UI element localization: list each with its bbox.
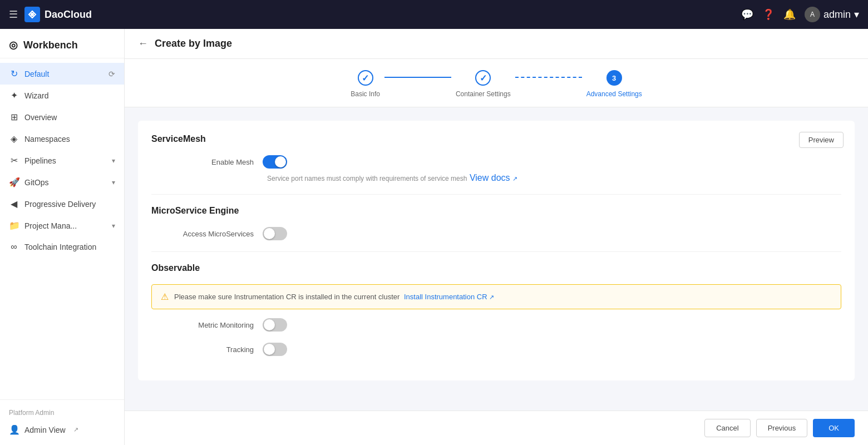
step-label-basic-info: Basic Info	[351, 90, 380, 98]
help-icon[interactable]: ❓	[762, 8, 775, 21]
metric-monitoring-toggle[interactable]	[263, 318, 287, 332]
sidebar-item-label: Overview	[24, 113, 57, 122]
pipelines-icon: ✂	[9, 155, 19, 166]
steps-area: ✓ Basic Info ✓ Container Settings 3	[125, 59, 868, 107]
avatar: A	[805, 7, 820, 22]
step-container-settings: ✓ Container Settings	[456, 70, 511, 98]
user-menu[interactable]: A admin ▾	[805, 7, 859, 22]
sidebar-item-label: Project Mana...	[24, 221, 77, 230]
sidebar-item-label: Pipelines	[24, 156, 56, 165]
sidebar-item-admin-view[interactable]: 👤 Admin View ↗	[0, 419, 124, 441]
sidebar-item-project-mana[interactable]: 📁 Project Mana... ▾	[0, 215, 124, 236]
step-circle-container-settings: ✓	[475, 70, 491, 86]
wizard-icon: ✦	[9, 90, 19, 101]
sidebar-item-namespaces[interactable]: ◈ Namespaces	[0, 128, 124, 150]
mesh-helper-text: Service port names must comply with requ…	[267, 175, 467, 182]
metric-monitoring-label: Metric Monitoring	[174, 321, 263, 329]
cancel-button[interactable]: Cancel	[704, 419, 750, 437]
metric-monitoring-row: Metric Monitoring	[151, 318, 841, 332]
external-link-icon: ↗	[489, 294, 494, 300]
microservice-engine-title: MicroService Engine	[151, 206, 841, 216]
refresh-icon[interactable]: ⟳	[108, 70, 115, 78]
observable-title: Observable	[151, 263, 841, 273]
step-basic-info: ✓ Basic Info	[351, 70, 380, 98]
toolchain-icon: ∞	[9, 242, 19, 252]
sidebar-workbench[interactable]: ◎ Workbench	[0, 29, 124, 58]
form-card: Preview ServiceMesh Enable Mesh Service …	[138, 121, 855, 380]
warning-icon: ⚠	[161, 291, 169, 302]
tracking-value	[263, 343, 841, 356]
warning-text: Please make sure Instrumentation CR is i…	[174, 293, 494, 301]
sidebar-item-default[interactable]: ↻ Default ⟳	[0, 63, 124, 85]
toggle-knob	[264, 344, 275, 355]
external-link-icon: ↗	[73, 426, 78, 433]
step-connector-2	[515, 77, 582, 78]
user-name: admin	[823, 9, 851, 21]
tracking-label: Tracking	[174, 345, 263, 354]
sidebar-item-gitops[interactable]: 🚀 GitOps ▾	[0, 171, 124, 193]
overview-icon: ⊞	[9, 112, 19, 122]
access-microservices-row: Access MicroServices	[151, 227, 841, 240]
sidebar-item-label: Toolchain Integration	[24, 243, 96, 251]
previous-button[interactable]: Previous	[756, 419, 808, 437]
sidebar-item-pipelines[interactable]: ✂ Pipelines ▾	[0, 150, 124, 171]
svg-point-1	[31, 13, 34, 16]
metric-monitoring-value	[263, 318, 841, 332]
sidebar-item-overview[interactable]: ⊞ Overview	[0, 106, 124, 128]
sidebar-item-label: GitOps	[24, 178, 49, 187]
hamburger-icon[interactable]: ☰	[9, 8, 18, 21]
enable-mesh-toggle[interactable]	[263, 155, 287, 169]
chevron-down-icon: ▾	[112, 222, 115, 230]
warning-banner: ⚠ Please make sure Instrumentation CR is…	[151, 284, 841, 309]
logo-area: DaoCloud	[24, 7, 92, 22]
external-link-icon: ↗	[512, 175, 517, 182]
default-icon: ↻	[9, 68, 19, 79]
steps-container: ✓ Basic Info ✓ Container Settings 3	[351, 70, 642, 98]
top-navigation: ☰ DaoCloud 💬 ❓ 🔔 A admin ▾	[0, 0, 868, 29]
chevron-down-icon: ▾	[112, 157, 115, 165]
back-button[interactable]: ←	[138, 38, 148, 50]
service-mesh-title: ServiceMesh	[151, 134, 841, 144]
view-docs-link[interactable]: View docs	[470, 173, 510, 182]
form-content: Preview ServiceMesh Enable Mesh Service …	[125, 107, 868, 411]
section-divider-2	[151, 251, 841, 252]
tracking-row: Tracking	[151, 343, 841, 356]
chat-icon[interactable]: 💬	[741, 8, 753, 21]
access-microservices-label: Access MicroServices	[174, 230, 263, 238]
sidebar-item-label: Default	[24, 70, 49, 78]
chevron-down-icon: ▾	[854, 8, 859, 21]
step-connector-1	[384, 77, 451, 78]
sidebar-bottom: Platform Admin 👤 Admin View ↗	[0, 399, 124, 445]
footer-bar: Cancel Previous OK	[125, 411, 868, 445]
toggle-knob	[264, 319, 275, 330]
step-circle-advanced-settings: 3	[606, 70, 622, 86]
enable-mesh-value	[263, 155, 841, 169]
daocloud-logo-icon	[24, 7, 40, 22]
sidebar-item-label: Progressive Delivery	[24, 200, 96, 209]
admin-view-icon: 👤	[9, 424, 19, 435]
sidebar-item-toolchain[interactable]: ∞ Toolchain Integration	[0, 236, 124, 258]
preview-button[interactable]: Preview	[799, 132, 844, 148]
step-advanced-settings: 3 Advanced Settings	[586, 70, 642, 98]
toggle-knob	[275, 156, 286, 167]
progressive-icon: ◀	[9, 199, 19, 209]
bell-icon[interactable]: 🔔	[783, 8, 796, 21]
step-label-container-settings: Container Settings	[456, 90, 511, 98]
sidebar-item-progressive-delivery[interactable]: ◀ Progressive Delivery	[0, 193, 124, 215]
sidebar-item-wizard[interactable]: ✦ Wizard	[0, 85, 124, 106]
enable-mesh-label: Enable Mesh	[174, 158, 263, 166]
checkmark-icon: ✓	[480, 73, 487, 83]
install-instrumentation-link[interactable]: Install Instrumentation CR	[404, 293, 487, 301]
chevron-down-icon: ▾	[112, 179, 115, 186]
platform-admin-label: Platform Admin	[0, 404, 124, 419]
sidebar-item-label: Namespaces	[24, 135, 70, 144]
page-title: Create by Image	[155, 38, 232, 50]
ok-button[interactable]: OK	[813, 419, 855, 437]
page-header: ← Create by Image	[125, 29, 868, 59]
admin-view-label: Admin View	[24, 426, 66, 434]
tracking-toggle[interactable]	[263, 343, 287, 356]
namespaces-icon: ◈	[9, 134, 19, 144]
project-icon: 📁	[9, 220, 19, 231]
access-microservices-toggle[interactable]	[263, 227, 287, 240]
workbench-icon: ◎	[9, 39, 18, 51]
